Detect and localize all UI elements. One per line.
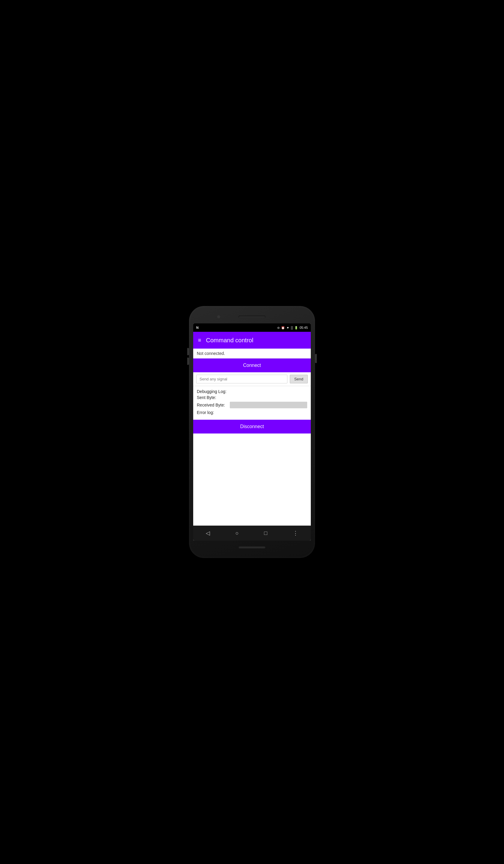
n-icon: N [196, 326, 199, 329]
volume-up-button[interactable] [187, 348, 189, 355]
sent-byte-row: Sent Byte: [197, 395, 307, 400]
screen: N ⊖ ⏰ ▼ ▒ 🔋 05:45 ≡ Command control Not … [193, 323, 311, 541]
phone-bottom-bar [193, 542, 311, 553]
received-byte-row: Received Byte: [197, 402, 307, 408]
power-button[interactable] [315, 354, 317, 363]
connection-status: Not connected. [193, 349, 311, 359]
wifi-icon: ▼ [286, 326, 289, 329]
bottom-speaker-grille [239, 546, 265, 549]
error-log-row: Error log: [197, 410, 307, 415]
side-buttons-left [187, 348, 189, 365]
sent-byte-label: Sent Byte: [197, 395, 230, 400]
status-time: 05:45 [299, 326, 308, 329]
received-byte-value [230, 402, 307, 408]
phone-frame: N ⊖ ⏰ ▼ ▒ 🔋 05:45 ≡ Command control Not … [189, 306, 315, 558]
status-right: ⊖ ⏰ ▼ ▒ 🔋 05:45 [277, 326, 308, 329]
signal-input[interactable] [196, 375, 287, 383]
back-nav-button[interactable]: ◁ [201, 527, 215, 539]
home-nav-button[interactable]: ○ [231, 528, 243, 539]
battery-icon: 🔋 [294, 326, 298, 329]
recents-nav-button[interactable]: □ [259, 528, 272, 539]
camera [217, 315, 220, 318]
connection-status-text: Not connected. [197, 351, 225, 356]
speaker-grille [239, 315, 265, 318]
alarm-icon: ⏰ [281, 326, 285, 329]
received-byte-label: Received Byte: [197, 403, 230, 407]
status-bar: N ⊖ ⏰ ▼ ▒ 🔋 05:45 [193, 323, 311, 332]
more-nav-button[interactable]: ⋮ [288, 527, 303, 539]
phone-top-bar [193, 311, 311, 322]
disconnect-button[interactable]: Disconnect [193, 420, 311, 433]
lower-content-area [193, 433, 311, 526]
signal-row: Send [193, 372, 311, 386]
error-log-label: Error log: [197, 410, 230, 415]
main-content: Not connected. Connect Send Debugging Lo… [193, 349, 311, 541]
connect-button[interactable]: Connect [193, 359, 311, 372]
debug-area: Debugging Log: Sent Byte: Received Byte:… [193, 386, 311, 420]
status-left: N [196, 326, 199, 329]
side-buttons-right [315, 354, 317, 363]
signal-icon: ▒ [291, 326, 293, 329]
hamburger-menu-icon[interactable]: ≡ [198, 337, 201, 344]
do-not-disturb-icon: ⊖ [277, 326, 280, 329]
debugging-log-label: Debugging Log: [197, 389, 307, 394]
app-bar: ≡ Command control [193, 332, 311, 349]
volume-down-button[interactable] [187, 358, 189, 365]
app-bar-title: Command control [206, 337, 253, 344]
send-button[interactable]: Send [290, 375, 308, 383]
bottom-nav: ◁ ○ □ ⋮ [193, 526, 311, 541]
